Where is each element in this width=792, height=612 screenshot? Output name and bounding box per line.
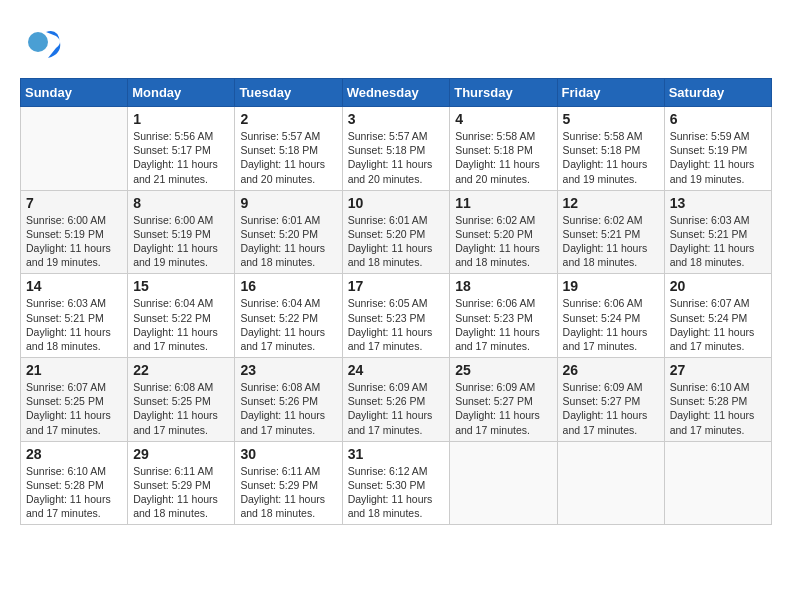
calendar-cell: 25Sunrise: 6:09 AM Sunset: 5:27 PM Dayli… — [450, 358, 557, 442]
day-info: Sunrise: 6:08 AM Sunset: 5:26 PM Dayligh… — [240, 380, 336, 437]
day-info: Sunrise: 6:02 AM Sunset: 5:20 PM Dayligh… — [455, 213, 551, 270]
calendar-cell: 5Sunrise: 5:58 AM Sunset: 5:18 PM Daylig… — [557, 107, 664, 191]
day-number: 20 — [670, 278, 766, 294]
calendar-cell: 29Sunrise: 6:11 AM Sunset: 5:29 PM Dayli… — [128, 441, 235, 525]
day-number: 19 — [563, 278, 659, 294]
day-number: 12 — [563, 195, 659, 211]
day-info: Sunrise: 6:01 AM Sunset: 5:20 PM Dayligh… — [348, 213, 445, 270]
calendar-cell: 10Sunrise: 6:01 AM Sunset: 5:20 PM Dayli… — [342, 190, 450, 274]
calendar-cell: 24Sunrise: 6:09 AM Sunset: 5:26 PM Dayli… — [342, 358, 450, 442]
day-info: Sunrise: 5:57 AM Sunset: 5:18 PM Dayligh… — [240, 129, 336, 186]
day-info: Sunrise: 6:08 AM Sunset: 5:25 PM Dayligh… — [133, 380, 229, 437]
day-info: Sunrise: 6:06 AM Sunset: 5:24 PM Dayligh… — [563, 296, 659, 353]
day-number: 16 — [240, 278, 336, 294]
day-info: Sunrise: 6:10 AM Sunset: 5:28 PM Dayligh… — [670, 380, 766, 437]
day-info: Sunrise: 6:00 AM Sunset: 5:19 PM Dayligh… — [133, 213, 229, 270]
day-info: Sunrise: 6:02 AM Sunset: 5:21 PM Dayligh… — [563, 213, 659, 270]
day-info: Sunrise: 6:00 AM Sunset: 5:19 PM Dayligh… — [26, 213, 122, 270]
calendar-cell: 31Sunrise: 6:12 AM Sunset: 5:30 PM Dayli… — [342, 441, 450, 525]
logo — [20, 20, 72, 68]
day-number: 11 — [455, 195, 551, 211]
day-number: 7 — [26, 195, 122, 211]
day-info: Sunrise: 6:10 AM Sunset: 5:28 PM Dayligh… — [26, 464, 122, 521]
day-info: Sunrise: 6:11 AM Sunset: 5:29 PM Dayligh… — [133, 464, 229, 521]
day-of-week-header: Tuesday — [235, 79, 342, 107]
day-number: 8 — [133, 195, 229, 211]
calendar-cell: 6Sunrise: 5:59 AM Sunset: 5:19 PM Daylig… — [664, 107, 771, 191]
day-info: Sunrise: 6:04 AM Sunset: 5:22 PM Dayligh… — [133, 296, 229, 353]
calendar-cell: 17Sunrise: 6:05 AM Sunset: 5:23 PM Dayli… — [342, 274, 450, 358]
calendar-cell: 3Sunrise: 5:57 AM Sunset: 5:18 PM Daylig… — [342, 107, 450, 191]
day-number: 13 — [670, 195, 766, 211]
day-number: 6 — [670, 111, 766, 127]
calendar-cell: 9Sunrise: 6:01 AM Sunset: 5:20 PM Daylig… — [235, 190, 342, 274]
calendar-cell: 16Sunrise: 6:04 AM Sunset: 5:22 PM Dayli… — [235, 274, 342, 358]
calendar-cell — [664, 441, 771, 525]
day-number: 14 — [26, 278, 122, 294]
calendar-table: SundayMondayTuesdayWednesdayThursdayFrid… — [20, 78, 772, 525]
calendar-cell: 28Sunrise: 6:10 AM Sunset: 5:28 PM Dayli… — [21, 441, 128, 525]
day-number: 10 — [348, 195, 445, 211]
calendar-cell: 15Sunrise: 6:04 AM Sunset: 5:22 PM Dayli… — [128, 274, 235, 358]
day-info: Sunrise: 6:01 AM Sunset: 5:20 PM Dayligh… — [240, 213, 336, 270]
calendar-week-row: 1Sunrise: 5:56 AM Sunset: 5:17 PM Daylig… — [21, 107, 772, 191]
day-info: Sunrise: 6:07 AM Sunset: 5:24 PM Dayligh… — [670, 296, 766, 353]
day-info: Sunrise: 5:57 AM Sunset: 5:18 PM Dayligh… — [348, 129, 445, 186]
day-number: 28 — [26, 446, 122, 462]
day-number: 29 — [133, 446, 229, 462]
day-number: 27 — [670, 362, 766, 378]
calendar-cell — [21, 107, 128, 191]
calendar-week-row: 21Sunrise: 6:07 AM Sunset: 5:25 PM Dayli… — [21, 358, 772, 442]
calendar-cell: 4Sunrise: 5:58 AM Sunset: 5:18 PM Daylig… — [450, 107, 557, 191]
calendar-cell: 30Sunrise: 6:11 AM Sunset: 5:29 PM Dayli… — [235, 441, 342, 525]
day-info: Sunrise: 6:11 AM Sunset: 5:29 PM Dayligh… — [240, 464, 336, 521]
day-info: Sunrise: 5:58 AM Sunset: 5:18 PM Dayligh… — [563, 129, 659, 186]
day-number: 26 — [563, 362, 659, 378]
page-header — [20, 20, 772, 68]
calendar-cell: 23Sunrise: 6:08 AM Sunset: 5:26 PM Dayli… — [235, 358, 342, 442]
calendar-header-row: SundayMondayTuesdayWednesdayThursdayFrid… — [21, 79, 772, 107]
calendar-cell: 19Sunrise: 6:06 AM Sunset: 5:24 PM Dayli… — [557, 274, 664, 358]
calendar-week-row: 7Sunrise: 6:00 AM Sunset: 5:19 PM Daylig… — [21, 190, 772, 274]
day-info: Sunrise: 5:58 AM Sunset: 5:18 PM Dayligh… — [455, 129, 551, 186]
day-number: 1 — [133, 111, 229, 127]
day-of-week-header: Sunday — [21, 79, 128, 107]
calendar-cell: 26Sunrise: 6:09 AM Sunset: 5:27 PM Dayli… — [557, 358, 664, 442]
calendar-cell: 11Sunrise: 6:02 AM Sunset: 5:20 PM Dayli… — [450, 190, 557, 274]
day-info: Sunrise: 6:09 AM Sunset: 5:26 PM Dayligh… — [348, 380, 445, 437]
day-number: 21 — [26, 362, 122, 378]
day-info: Sunrise: 6:12 AM Sunset: 5:30 PM Dayligh… — [348, 464, 445, 521]
day-info: Sunrise: 6:07 AM Sunset: 5:25 PM Dayligh… — [26, 380, 122, 437]
day-info: Sunrise: 6:04 AM Sunset: 5:22 PM Dayligh… — [240, 296, 336, 353]
day-number: 5 — [563, 111, 659, 127]
day-info: Sunrise: 6:09 AM Sunset: 5:27 PM Dayligh… — [455, 380, 551, 437]
day-info: Sunrise: 6:09 AM Sunset: 5:27 PM Dayligh… — [563, 380, 659, 437]
day-info: Sunrise: 6:03 AM Sunset: 5:21 PM Dayligh… — [670, 213, 766, 270]
calendar-cell: 27Sunrise: 6:10 AM Sunset: 5:28 PM Dayli… — [664, 358, 771, 442]
calendar-cell: 14Sunrise: 6:03 AM Sunset: 5:21 PM Dayli… — [21, 274, 128, 358]
day-of-week-header: Friday — [557, 79, 664, 107]
day-info: Sunrise: 6:05 AM Sunset: 5:23 PM Dayligh… — [348, 296, 445, 353]
day-of-week-header: Saturday — [664, 79, 771, 107]
calendar-week-row: 14Sunrise: 6:03 AM Sunset: 5:21 PM Dayli… — [21, 274, 772, 358]
day-number: 17 — [348, 278, 445, 294]
calendar-cell: 18Sunrise: 6:06 AM Sunset: 5:23 PM Dayli… — [450, 274, 557, 358]
calendar-cell: 20Sunrise: 6:07 AM Sunset: 5:24 PM Dayli… — [664, 274, 771, 358]
logo-icon — [20, 20, 68, 68]
day-info: Sunrise: 6:06 AM Sunset: 5:23 PM Dayligh… — [455, 296, 551, 353]
day-number: 30 — [240, 446, 336, 462]
calendar-cell: 7Sunrise: 6:00 AM Sunset: 5:19 PM Daylig… — [21, 190, 128, 274]
calendar-cell: 8Sunrise: 6:00 AM Sunset: 5:19 PM Daylig… — [128, 190, 235, 274]
calendar-cell: 21Sunrise: 6:07 AM Sunset: 5:25 PM Dayli… — [21, 358, 128, 442]
day-number: 18 — [455, 278, 551, 294]
calendar-cell: 1Sunrise: 5:56 AM Sunset: 5:17 PM Daylig… — [128, 107, 235, 191]
day-number: 9 — [240, 195, 336, 211]
calendar-cell — [450, 441, 557, 525]
calendar-cell — [557, 441, 664, 525]
calendar-week-row: 28Sunrise: 6:10 AM Sunset: 5:28 PM Dayli… — [21, 441, 772, 525]
calendar-cell: 13Sunrise: 6:03 AM Sunset: 5:21 PM Dayli… — [664, 190, 771, 274]
day-number: 2 — [240, 111, 336, 127]
day-number: 4 — [455, 111, 551, 127]
svg-point-0 — [28, 32, 48, 52]
day-of-week-header: Wednesday — [342, 79, 450, 107]
